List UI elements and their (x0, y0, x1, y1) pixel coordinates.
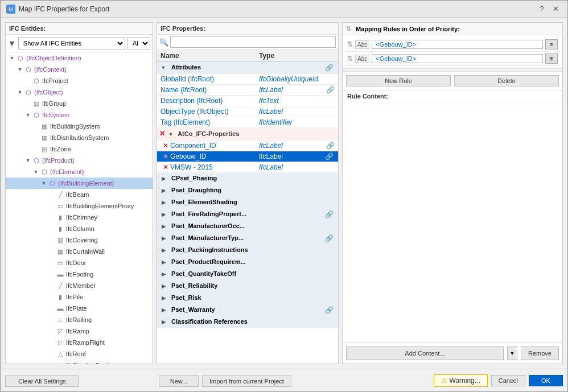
section-pset-warranty[interactable]: Pset_Warranty 🔗 (157, 304, 338, 316)
tree-item-ifcelement[interactable]: ⬡ (IfcElement) (6, 166, 153, 178)
tree-item-ifcpile[interactable]: ▮ IfcPile (6, 291, 153, 303)
import-from-project-button[interactable]: Import from current Project (202, 376, 291, 387)
expand-icon[interactable] (16, 88, 24, 96)
expand-icon[interactable] (159, 282, 167, 290)
prop-row-name[interactable]: Name (IfcRoot) IfcLabel 🔗 (157, 85, 338, 96)
expand-attributes-icon[interactable] (159, 64, 167, 72)
expand-icon[interactable] (159, 246, 167, 254)
component-icon: ⬡ (32, 76, 41, 85)
expand-icon[interactable] (159, 258, 167, 266)
expand-icon[interactable] (159, 294, 167, 302)
prop-row-tag[interactable]: Tag (IfcElement) IfcIdentifier (157, 117, 338, 128)
add-content-dropdown-btn[interactable]: ▼ (507, 346, 517, 360)
expand-icon[interactable] (24, 111, 32, 119)
section-pset-fireratingprop[interactable]: Pset_FireRatingPropert... 🔗 (157, 209, 338, 221)
prop-row-componentid[interactable]: ✕ Component_ID IfcLabel 🔗 (157, 141, 338, 151)
tree-item-ifcbuildingelement[interactable]: ⬡ (IfcBuildingElement) (6, 178, 153, 189)
entity-filter-dropdown[interactable]: Show All IFC Entities (18, 37, 125, 49)
section-pset-manufacturertyp[interactable]: Pset_ManufacturerTyp... 🔗 (157, 233, 338, 245)
prop-row-globalid[interactable]: GlobalId (IfcRoot) IfcGloballyUniqueId (157, 74, 338, 85)
expand-icon[interactable] (159, 211, 167, 218)
tree-item-ifcbuildingelementproxy[interactable]: ▭ IfcBuildingElementProxy (6, 200, 153, 212)
property-search-input[interactable] (170, 36, 336, 48)
tree-item-ifcfooting[interactable]: ▬ IfcFooting (6, 269, 153, 280)
tree-item-ifcgroup[interactable]: ▤ IfcGroup (6, 98, 153, 109)
new-button[interactable]: New... (159, 376, 199, 387)
section-pset-productrequirem[interactable]: Pset_ProductRequirem... (157, 257, 338, 269)
prop-row-gebouwid[interactable]: ✕ Gebouw_ID IfcLabel 🔗 (157, 151, 338, 162)
prop-name: Description (IfcRoot) (160, 97, 223, 105)
tree-item-ifcshadingdevice[interactable]: ▨ IfcShadingDevice (6, 360, 153, 364)
tree-item-ifcobject[interactable]: ⬡ (IfcObject) (6, 86, 153, 98)
tree-item-ifcdistributionsystem[interactable]: ▦ IfcDistributionSystem (6, 132, 153, 143)
expand-icon[interactable] (16, 65, 24, 73)
add-content-button[interactable]: Add Content... (346, 346, 504, 360)
expand-icon[interactable] (159, 175, 167, 183)
expand-icon[interactable] (24, 156, 32, 164)
section-attributes[interactable]: Attributes 🔗 (157, 62, 338, 74)
tree-item-ifccolumn[interactable]: ▮ IfcColumn (6, 223, 153, 234)
tree-item-ifcramp[interactable]: ◸ IfcRamp (6, 325, 153, 337)
bottom-bar: Clear All Settings New... Import from cu… (1, 369, 567, 391)
building-icon: ▦ (40, 122, 49, 131)
mapping-rule-2[interactable]: ⇅ Abc <Gebouw_ID> ⊞ (345, 52, 560, 66)
tree-item-ifcrailing[interactable]: ≡ IfcRailing (6, 314, 153, 325)
expand-icon[interactable] (159, 187, 167, 195)
expand-icon[interactable] (32, 168, 40, 176)
expand-icon[interactable] (159, 306, 167, 314)
tree-item-ifcrampflight[interactable]: ◸ IfcRampFlight (6, 337, 153, 348)
tree-item-ifcroof[interactable]: △ IfcRoof (6, 348, 153, 360)
expand-icon[interactable] (40, 179, 48, 187)
expand-atco-icon[interactable] (167, 130, 175, 138)
tree-item-ifczone[interactable]: ▤ IfcZone (6, 143, 153, 155)
tree-item-ifcproduct[interactable]: ⬡ (IfcProduct) (6, 155, 153, 166)
expand-icon[interactable] (159, 199, 167, 207)
section-pset-manufactureerocc[interactable]: Pset_ManufacturerOcc... (157, 221, 338, 233)
remove-button[interactable]: Remove (521, 346, 559, 360)
tree-item-ifcmember[interactable]: ╱ IfcMember (6, 280, 153, 291)
prop-name: Tag (IfcElement) (160, 118, 210, 126)
column-icon: ▮ (56, 224, 65, 233)
expand-icon[interactable] (159, 222, 167, 230)
tree-item-ifcdoor[interactable]: ▭ IfcDoor (6, 257, 153, 269)
section-pset-packinginstructions[interactable]: Pset_PackingInstructions (157, 245, 338, 257)
mapping-rule-1[interactable]: ⇅ Abc <Gebouw_ID> ≡ (345, 38, 560, 52)
section-pset-reliability[interactable]: Pset_Reliability (157, 280, 338, 292)
prop-row-vmsw[interactable]: ✕ VMSW - 2015 IfcLabel (157, 162, 338, 173)
new-rule-button[interactable]: New Rule (346, 75, 451, 86)
tree-item-ifcsystem[interactable]: ⬡ IfcSystem (6, 109, 153, 121)
section-cpset-phasing[interactable]: CPset_Phasing (157, 173, 338, 185)
rule-grid-btn-2[interactable]: ⊞ (545, 53, 558, 64)
rule-lines-btn-1[interactable]: ≡ (545, 39, 558, 49)
section-atco[interactable]: ✕ AtCo_IFC-Properties (157, 128, 338, 141)
tree-item-ifccurtainwall[interactable]: ▦ IfcCurtainWall (6, 246, 153, 257)
warning-button[interactable]: ⚠ Warning... (434, 374, 488, 387)
section-pset-elementshading[interactable]: Pset_ElementShading (157, 197, 338, 209)
delete-button[interactable]: Delete (454, 75, 559, 86)
expand-icon[interactable] (8, 54, 16, 62)
section-pset-draughting[interactable]: Pset_Draughting (157, 185, 338, 197)
expand-icon[interactable] (159, 318, 167, 326)
tree-item-ifcbeam[interactable]: ╱ IfcBeam (6, 189, 153, 200)
section-classification-refs[interactable]: Classification References (157, 316, 338, 328)
help-button[interactable]: ? (536, 3, 548, 15)
tree-item-ifccovering[interactable]: ▧ IfcCovering (6, 234, 153, 246)
cancel-button[interactable]: Cancel (491, 375, 525, 386)
ok-button[interactable]: OK (529, 375, 563, 386)
tree-item-ifcplate[interactable]: ▬ IfcPlate (6, 303, 153, 314)
expand-icon[interactable] (159, 270, 167, 278)
link-icon: 🔗 (325, 211, 334, 218)
tree-item-ifcproject[interactable]: ⬡ IfcProject (6, 75, 153, 86)
prop-row-description[interactable]: Description (IfcRoot) IfcText (157, 96, 338, 106)
section-pset-quantitytakeoff[interactable]: Pset_QuantityTakeOff (157, 269, 338, 280)
close-button[interactable]: ✕ (549, 3, 562, 15)
prop-row-objecttype[interactable]: ObjectType (IfcObject) IfcLabel (157, 106, 338, 117)
tree-item-ifcchimney[interactable]: ▮ IfcChimney (6, 212, 153, 223)
tree-item-ifcbuildingsystem[interactable]: ▦ IfcBuildingSystem (6, 121, 153, 132)
expand-icon[interactable] (159, 234, 167, 242)
tree-item-ifccontext[interactable]: ⬡ (IfcContext) (6, 64, 153, 75)
clear-all-settings-button[interactable]: Clear All Settings (5, 376, 79, 387)
entity-all-dropdown[interactable]: All (127, 37, 150, 49)
section-pset-risk[interactable]: Pset_Risk (157, 292, 338, 304)
tree-item-ifcobjectdefinition[interactable]: ⬡ (IfcObjectDefinition) (6, 52, 153, 64)
